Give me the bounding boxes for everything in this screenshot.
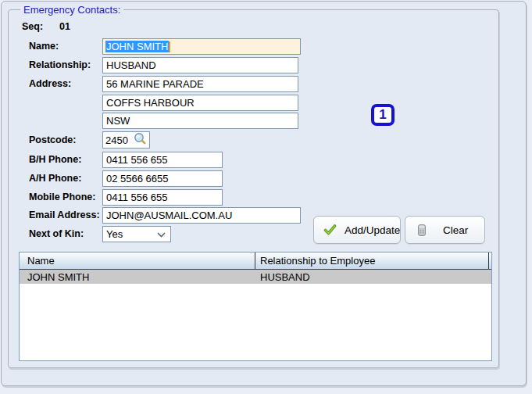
table-row[interactable]: JOHN SMITH HUSBAND xyxy=(20,270,491,284)
name-label: Name: xyxy=(29,41,59,52)
name-input-selected-text: JOHN SMITH xyxy=(105,41,169,52)
ah-phone-label: A/H Phone: xyxy=(29,173,81,184)
column-header-name[interactable]: Name xyxy=(20,253,255,269)
groupbox-legend: Emergency Contacts: xyxy=(20,4,123,16)
mobile-phone-label: Mobile Phone: xyxy=(29,192,95,202)
address-label: Address: xyxy=(29,78,71,89)
address-line2-input[interactable] xyxy=(102,95,298,111)
seq-value: 01 xyxy=(59,21,70,32)
column-header-relationship[interactable]: Relationship to Employee xyxy=(255,253,489,269)
text-caret xyxy=(169,41,170,52)
next-of-kin-label: Next of Kin: xyxy=(29,228,84,239)
mobile-phone-input[interactable] xyxy=(102,189,223,206)
table-cell-relationship: HUSBAND xyxy=(255,270,489,284)
clear-button-label: Clear xyxy=(443,224,468,236)
next-of-kin-selected-value: Yes xyxy=(106,228,123,240)
email-input[interactable] xyxy=(102,207,301,224)
eraser-icon xyxy=(416,224,427,237)
add-update-button-label: Add/Update xyxy=(345,224,400,236)
add-update-button[interactable]: Add/Update xyxy=(313,216,401,244)
relationship-label: Relationship: xyxy=(29,59,91,70)
seq-label: Seq: xyxy=(22,21,43,32)
annotation-marker-1: 1 xyxy=(371,104,395,126)
contacts-table: Name Relationship to Employee JOHN SMITH… xyxy=(19,252,492,361)
address-line3-input[interactable] xyxy=(102,113,298,129)
bh-phone-input[interactable] xyxy=(102,152,223,168)
green-check-icon xyxy=(323,224,337,236)
name-input[interactable]: JOHN SMITH xyxy=(102,38,301,55)
bh-phone-label: B/H Phone: xyxy=(29,154,81,165)
relationship-input[interactable] xyxy=(102,57,298,73)
clear-button[interactable]: Clear xyxy=(405,216,485,244)
emergency-contacts-screen: Emergency Contacts: Seq: 01 Name: JOHN S… xyxy=(0,0,532,394)
table-cell-name: JOHN SMITH xyxy=(20,270,255,284)
address-line1-input[interactable] xyxy=(102,76,298,92)
next-of-kin-select[interactable]: Yes xyxy=(102,226,171,242)
contacts-table-header: Name Relationship to Employee xyxy=(20,253,491,270)
magnifier-icon[interactable] xyxy=(134,132,147,148)
postcode-field[interactable] xyxy=(102,131,150,149)
email-label: Email Address: xyxy=(29,210,100,220)
postcode-label: Postcode: xyxy=(29,134,76,145)
ah-phone-input[interactable] xyxy=(102,170,223,187)
chevron-down-icon xyxy=(157,228,166,240)
outer-frame: Emergency Contacts: Seq: 01 Name: JOHN S… xyxy=(1,1,527,386)
postcode-input[interactable] xyxy=(105,134,129,146)
